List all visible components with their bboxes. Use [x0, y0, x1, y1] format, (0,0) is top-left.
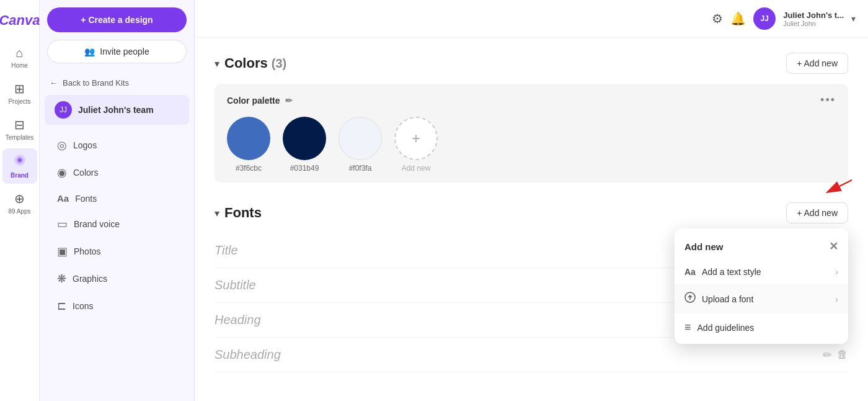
- swatch-2: #031b49: [283, 117, 326, 173]
- nav-home-label: Home: [11, 62, 28, 69]
- dropdown-close-button[interactable]: ✕: [829, 240, 838, 253]
- topbar: ⚙ 🔔 JJ Juliet John's t... Juliet John ▾: [195, 0, 868, 38]
- nav-brand[interactable]: Brand: [2, 148, 37, 184]
- colors-section-title: Colors (3): [224, 55, 286, 71]
- sidebar-item-fonts[interactable]: Aa Fonts: [45, 187, 189, 210]
- font-heading-label: Heading: [215, 313, 261, 327]
- invite-people-button[interactable]: 👥 Invite people: [47, 40, 187, 63]
- back-to-brand-kits[interactable]: ← Back to Brand Kits: [40, 73, 194, 92]
- settings-icon[interactable]: ⚙: [712, 11, 723, 26]
- nav-brand-label: Brand: [11, 172, 29, 179]
- colors-count: (3): [272, 56, 286, 70]
- dropdown-title: Add new: [684, 241, 724, 252]
- projects-icon: ⊞: [14, 81, 25, 96]
- dropdown-item-add-guidelines[interactable]: ≡ Add guidelines: [675, 313, 848, 341]
- brand-icon: [13, 153, 27, 170]
- user-display-name: Juliet John's t...: [783, 11, 844, 20]
- guidelines-left: ≡ Add guidelines: [684, 321, 754, 334]
- team-item[interactable]: JJ Juliet John's team: [45, 95, 189, 125]
- brand-voice-icon: ▭: [57, 217, 68, 231]
- font-subtitle-label: Subtitle: [215, 278, 256, 292]
- font-title-label: Title: [215, 243, 238, 258]
- text-style-label: Add a text style: [702, 267, 761, 277]
- sidebar-item-icons[interactable]: ⊏ Icons: [45, 293, 189, 319]
- font-subheading-delete-button[interactable]: 🗑: [837, 348, 848, 362]
- dropdown-item-upload-font[interactable]: Upload a font ›: [675, 284, 848, 313]
- logos-icon: ◎: [57, 138, 67, 152]
- team-icon: JJ: [55, 101, 72, 119]
- palette-card: Color palette ✏ ••• #3f6cbc #031b49 #f0f…: [215, 84, 848, 182]
- add-swatch-label: Add new: [402, 164, 431, 173]
- swatch-color-2[interactable]: [283, 117, 326, 160]
- canva-logo: Canva: [0, 12, 40, 29]
- add-swatch-button[interactable]: +: [394, 117, 438, 160]
- sidebar-item-graphics[interactable]: ❋ Graphics: [45, 266, 189, 292]
- colors-section-header: ▾ Colors (3) + Add new: [215, 53, 848, 74]
- fonts-section-title: Fonts: [224, 205, 262, 221]
- fonts-add-new-button[interactable]: + Add new: [786, 202, 848, 223]
- home-icon: ⌂: [16, 46, 23, 60]
- team-label: Juliet John's team: [78, 105, 154, 115]
- nav-apps[interactable]: ⊕ 89 Apps: [2, 186, 37, 220]
- palette-edit-icon[interactable]: ✏: [285, 96, 293, 106]
- dropdown-item-text-style[interactable]: Aa Add a text style ›: [675, 259, 848, 284]
- swatch-label-1: #3f6cbc: [236, 164, 262, 173]
- nav-templates-label: Templates: [6, 134, 34, 141]
- templates-icon: ⊟: [14, 117, 25, 132]
- sidebar-item-photos[interactable]: ▣ Photos: [45, 238, 189, 264]
- font-subheading-actions: ✏ 🗑: [823, 348, 848, 362]
- color-swatches: #3f6cbc #031b49 #f0f3fa + Add new: [227, 117, 836, 173]
- text-style-left: Aa Add a text style: [684, 267, 761, 277]
- colors-icon: ◉: [57, 166, 67, 179]
- create-design-button[interactable]: + Create a design: [47, 7, 187, 32]
- swatch-color-1[interactable]: [227, 117, 270, 160]
- nav-projects[interactable]: ⊞ Projects: [2, 76, 37, 110]
- text-style-chevron: ›: [835, 267, 838, 277]
- sidebar: + Create a design 👥 Invite people ← Back…: [40, 0, 195, 401]
- nav-home[interactable]: ⌂ Home: [2, 41, 37, 74]
- sidebar-item-logos[interactable]: ◎ Logos: [45, 132, 189, 158]
- upload-font-left: Upload a font: [684, 292, 753, 306]
- sidebar-item-brand-voice[interactable]: ▭ Brand voice: [45, 211, 189, 237]
- user-menu-chevron[interactable]: ▾: [851, 14, 856, 24]
- upload-font-icon: [684, 292, 696, 306]
- colors-collapse-icon[interactable]: ▾: [215, 58, 219, 70]
- guidelines-label: Add guidelines: [698, 323, 755, 333]
- apps-icon: ⊕: [14, 191, 25, 206]
- svg-point-2: [19, 159, 21, 161]
- add-new-dropdown: Add new ✕ Aa Add a text style › Upload a…: [675, 228, 848, 344]
- swatch-color-3[interactable]: [339, 117, 382, 160]
- add-swatch-wrap: + Add new: [394, 117, 438, 173]
- avatar: JJ: [753, 7, 776, 30]
- icon-nav: Canva ⌂ Home ⊞ Projects ⊟ Templates Bran…: [0, 0, 40, 401]
- user-sub-name: Juliet John: [783, 20, 844, 27]
- upload-font-label: Upload a font: [702, 294, 753, 304]
- swatch-3: #f0f3fa: [339, 117, 382, 173]
- sidebar-item-colors[interactable]: ◉ Colors: [45, 160, 189, 186]
- guidelines-icon: ≡: [684, 321, 691, 334]
- palette-name: Color palette ✏: [227, 96, 293, 106]
- swatch-label-3: #f0f3fa: [349, 164, 372, 173]
- notifications-icon[interactable]: 🔔: [730, 11, 746, 26]
- photos-icon: ▣: [57, 245, 68, 258]
- swatch-label-2: #031b49: [290, 164, 319, 173]
- palette-menu-button[interactable]: •••: [820, 94, 836, 107]
- fonts-icon: Aa: [57, 193, 69, 204]
- colors-title-wrap: ▾ Colors (3): [215, 55, 286, 71]
- fonts-collapse-icon[interactable]: ▾: [215, 207, 219, 219]
- nav-projects-label: Projects: [8, 98, 30, 105]
- upload-font-chevron: ›: [835, 294, 838, 304]
- colors-add-new-button[interactable]: + Add new: [786, 53, 848, 74]
- fonts-section-header: ▾ Fonts + Add new: [215, 202, 848, 223]
- nav-apps-label: 89 Apps: [8, 208, 30, 215]
- user-info: Juliet John's t... Juliet John: [783, 11, 844, 27]
- nav-templates[interactable]: ⊟ Templates: [2, 112, 37, 146]
- invite-icon: 👥: [84, 47, 95, 56]
- graphics-icon: ❋: [57, 272, 66, 286]
- font-subheading-edit-button[interactable]: ✏: [823, 348, 832, 362]
- font-subheading-label: Subheading: [215, 348, 281, 362]
- fonts-title-wrap: ▾ Fonts: [215, 205, 262, 221]
- icons-icon: ⊏: [57, 299, 66, 313]
- text-style-icon: Aa: [684, 267, 696, 277]
- dropdown-header: Add new ✕: [675, 231, 848, 259]
